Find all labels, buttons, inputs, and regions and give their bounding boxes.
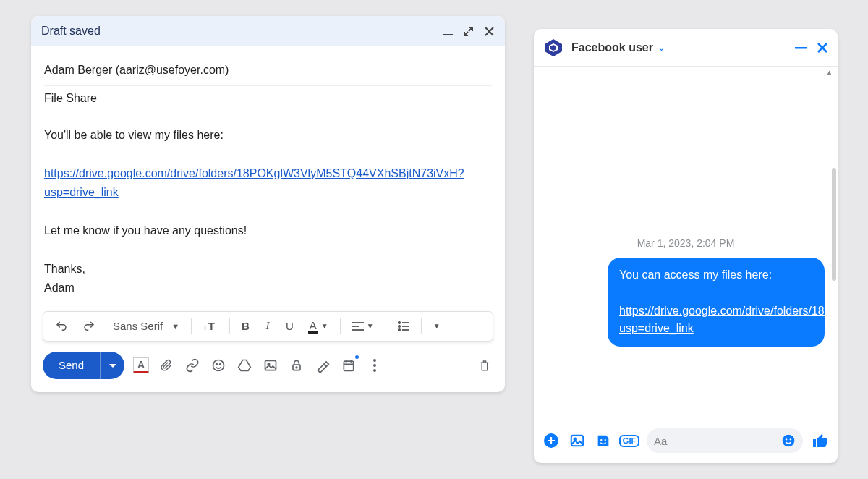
formatting-options-icon[interactable]: A [133,357,149,373]
chevron-down-icon[interactable]: ⌄ [658,42,665,53]
svg-point-39 [790,438,791,440]
window-controls [443,26,495,37]
svg-text:T: T [208,320,215,332]
svg-rect-17 [265,360,276,370]
divider [386,318,386,334]
attach-image-icon[interactable] [569,433,586,449]
email-line-outro: Let me know if you have any questions! [44,221,492,240]
svg-point-14 [216,363,218,365]
svg-point-36 [605,439,606,441]
divider [340,318,341,334]
email-body: Adam Berger (aariz@usefoyer.com) File Sh… [31,46,505,304]
chat-avatar-icon[interactable] [542,37,564,59]
discard-draft-icon[interactable] [476,357,493,374]
svg-text:T: T [203,324,207,331]
scroll-up-arrow-icon[interactable]: ▲ [534,67,838,77]
formatting-toolbar: Sans Serif ▼ TT B I U A ▼ ▼ ▼ [43,311,493,342]
add-action-icon[interactable] [542,433,560,449]
close-icon[interactable] [484,26,495,37]
send-button-group: Send [43,352,124,379]
emoji-picker-icon[interactable] [781,433,796,448]
svg-marker-16 [239,360,251,370]
email-signoff1: Thanks, [44,260,492,279]
underline-button[interactable]: U [280,315,299,336]
font-family-label: Sans Serif [110,320,166,332]
svg-marker-12 [109,364,116,368]
italic-button[interactable]: I [258,315,277,336]
compose-bottom-bar: Send A [31,342,505,392]
send-button[interactable]: Send [43,352,100,379]
divider [421,318,422,334]
svg-point-15 [220,363,221,365]
more-formatting-button[interactable]: ▼ [427,318,446,334]
confidential-mode-icon[interactable] [288,357,305,374]
minimize-icon[interactable] [794,41,807,54]
draft-saved-title: Draft saved [41,25,101,38]
chevron-down-icon: ▼ [367,322,374,330]
message-link[interactable]: https://drive.google.com/drive/folders/1… [619,305,838,335]
sent-message-bubble: You can access my files here: https://dr… [608,258,825,347]
scrollbar[interactable] [832,168,836,281]
chat-timestamp: Mar 1, 2023, 2:04 PM [542,237,829,249]
svg-rect-21 [344,361,353,370]
email-line-intro: You'll be able to view my files here: [44,126,492,145]
fullscreen-icon[interactable] [463,26,474,37]
svg-rect-31 [795,47,807,49]
divider [229,318,230,334]
signature-icon[interactable] [314,357,331,374]
chat-composer-bar: GIF Aa [534,424,838,463]
chat-header-controls [794,41,829,54]
attachment-icon[interactable] [158,357,175,374]
gif-icon[interactable]: GIF [621,435,638,447]
subject-field[interactable]: File Share [44,86,492,114]
chevron-down-icon: ▼ [171,322,179,331]
email-compose-window: Draft saved Adam Berger (aariz@usefoyer.… [31,16,505,392]
chevron-down-icon: ▼ [433,322,441,330]
insert-image-icon[interactable] [262,357,279,374]
svg-rect-33 [571,436,584,446]
notification-dot [355,355,359,359]
redo-button[interactable] [77,315,101,337]
close-icon[interactable] [816,41,829,54]
svg-point-38 [786,438,787,440]
svg-point-8 [398,328,399,330]
minimize-icon[interactable] [443,26,453,36]
email-signoff2: Adam [44,279,492,297]
schedule-icon[interactable] [340,357,357,374]
recipient-field[interactable]: Adam Berger (aariz@usefoyer.com) [44,58,492,86]
svg-point-27 [373,369,376,372]
undo-button[interactable] [49,315,74,337]
svg-point-6 [398,321,399,323]
svg-rect-0 [443,34,453,35]
thumbs-up-icon[interactable] [812,432,829,449]
insert-link-icon[interactable] [184,357,201,374]
send-options-button[interactable] [100,352,124,379]
bold-button[interactable]: B [236,315,255,336]
share-link[interactable]: https://drive.google.com/drive/folders/1… [44,167,464,198]
svg-point-7 [398,325,399,326]
list-button[interactable] [392,317,415,336]
svg-point-26 [373,364,376,367]
drive-icon[interactable] [236,357,253,374]
chat-title[interactable]: Facebook user [571,41,653,54]
more-options-icon[interactable] [366,357,383,374]
sticker-icon[interactable] [595,433,612,449]
chat-window: Facebook user ⌄ ▲ Mar 1, 2023, 2:04 PM Y… [534,29,838,463]
divider [191,318,192,334]
gif-label: GIF [619,435,639,447]
svg-point-37 [783,435,795,447]
align-button[interactable]: ▼ [346,317,380,336]
text-color-button[interactable]: A ▼ [302,315,334,338]
svg-point-25 [373,359,376,362]
svg-point-20 [296,367,297,368]
chat-message-area: Mar 1, 2023, 2:04 PM You can access my f… [534,77,838,424]
svg-point-35 [600,439,602,441]
svg-point-13 [213,360,224,370]
chat-input[interactable]: Aa [647,428,803,453]
font-size-button[interactable]: TT [197,315,224,337]
emoji-icon[interactable] [210,357,227,374]
font-family-dropdown[interactable]: Sans Serif ▼ [104,315,185,336]
message-text-line: You can access my files here: [619,266,813,284]
chat-header: Facebook user ⌄ [534,29,838,67]
email-content-area[interactable]: You'll be able to view my files here: ht… [44,114,492,298]
